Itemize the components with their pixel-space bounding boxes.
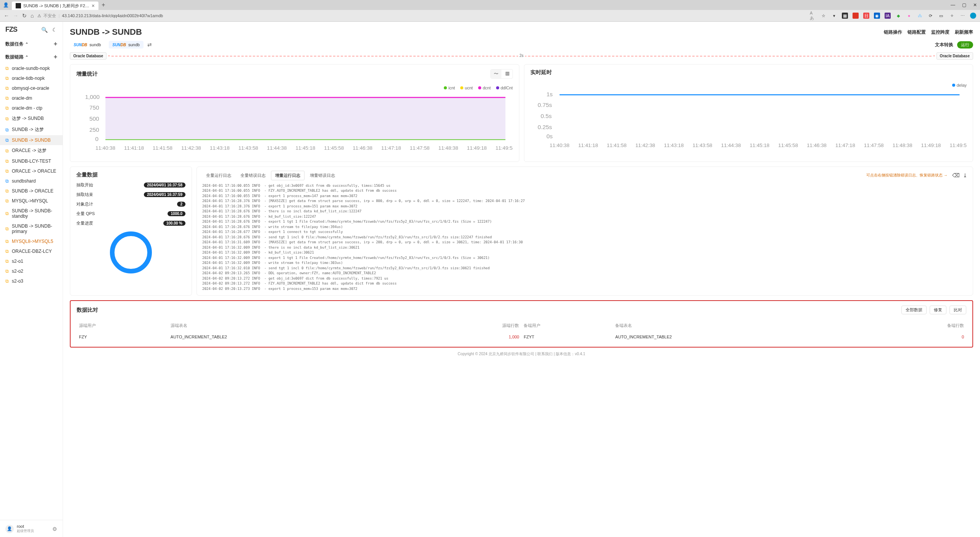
ext-star-icon[interactable]: ✧ — [949, 13, 955, 19]
ext-icon-5[interactable]: ◉ — [874, 13, 880, 19]
sidebar-link[interactable]: ⧉s2-o2 — [0, 266, 63, 276]
ext-icon-4[interactable]: 日 — [863, 13, 869, 19]
profile-icon[interactable] — [970, 13, 976, 19]
gear-icon[interactable]: ⚙ — [52, 526, 57, 532]
window-maximize-button[interactable]: ▢ — [962, 2, 966, 8]
header-action[interactable]: 链路配置 — [907, 29, 926, 36]
home-button[interactable]: ⌂ — [31, 13, 34, 19]
sidebar-link[interactable]: ⧉s2-o3 — [0, 276, 63, 286]
svg-text:11:41:18: 11:41:18 — [124, 145, 144, 151]
sidebar-section-links[interactable]: 数据链路 ⌃ + — [0, 50, 63, 63]
sidebar-link[interactable]: ⧉MYSQL->MYSQL — [0, 196, 63, 206]
new-tab-button[interactable]: + — [102, 2, 105, 8]
username: root — [17, 524, 34, 529]
download-log-icon[interactable]: ⤓ — [963, 172, 967, 178]
svg-text:11:47:58: 11:47:58 — [864, 142, 883, 148]
back-button[interactable]: ← — [4, 13, 9, 19]
ext-icon-9[interactable]: ⁂ — [917, 13, 923, 19]
browser-tab-bar: 👤 SUNDB -> SUNDB | 九桥同步 F2… × + — ▢ ✕ — [0, 0, 980, 10]
chevron-up-icon: ⌃ — [25, 42, 28, 46]
reader-mode-icon[interactable]: Aあ — [810, 13, 816, 19]
source-db-chip[interactable]: SUNDB sundb — [70, 41, 105, 49]
table-row[interactable]: FZY AUTO_INCREMENT_TABLE2 1,000 FZYT AUT… — [77, 332, 966, 342]
sidebar-link[interactable]: ⧉s2-o1 — [0, 256, 63, 266]
ext-icon-6[interactable]: IA — [885, 13, 891, 19]
sidebar-link[interactable]: ⧉ORACLE-DBZ-LCY — [0, 246, 63, 256]
add-task-button[interactable]: + — [54, 40, 57, 47]
run-button[interactable]: 运行 — [957, 41, 973, 49]
increment-chart: 1,000 750 500 250 0 11:40:3811:41:1811:4… — [76, 90, 513, 156]
sundb-logo-icon: SUNDB — [74, 43, 87, 47]
logs-card: 全量运行日志 全量错误日志 增量运行日志 增量错误日志 可点击右侧按钮清除错误日… — [197, 167, 973, 296]
clear-log-icon[interactable]: ⌫ — [952, 172, 960, 178]
user-icon[interactable]: 👤 — [3, 2, 9, 8]
link-icon: ⧉ — [5, 159, 9, 164]
svg-text:11:46:38: 11:46:38 — [353, 145, 372, 151]
tab-title: SUNDB -> SUNDB | 九桥同步 F2… — [23, 3, 89, 9]
brand-logo: FZS — [5, 26, 17, 34]
sidebar-link[interactable]: ⧉oracle-dm - ctp — [0, 103, 63, 113]
sidebar-link[interactable]: ⧉达梦 -> SUNDB — [0, 113, 63, 124]
address-bar[interactable]: ⚠ 不安全 | 43.140.210.213/data-link/clqq4ai… — [37, 13, 806, 19]
window-minimize-button[interactable]: — — [951, 2, 955, 8]
compare-action-button[interactable]: 比对 — [949, 306, 966, 314]
settings-menu-icon[interactable]: ⋯ — [959, 13, 965, 19]
window-close-button[interactable]: ✕ — [973, 2, 977, 8]
log-tab-full-err[interactable]: 全量错误日志 — [237, 171, 269, 180]
sidebar-link[interactable]: ⧉ORACLE -> ORACLE — [0, 166, 63, 176]
sidebar-link[interactable]: ⧉oracle-dm — [0, 93, 63, 103]
ext-icon-7[interactable]: ◆ — [895, 13, 901, 19]
sidebar-link[interactable]: ⧉oracle-tidb-nopk — [0, 73, 63, 83]
ext-icon-1[interactable]: ▾ — [831, 13, 837, 19]
flow-target: Oracle Database — [936, 52, 973, 60]
swap-icon[interactable]: ⇄ — [147, 42, 152, 48]
chart-bar-toggle[interactable]: ▥ — [502, 70, 513, 78]
sidebar-link[interactable]: ⧉ORACLE -> 达梦 — [0, 145, 63, 156]
browser-tab[interactable]: SUNDB -> SUNDB | 九桥同步 F2… × — [12, 2, 98, 10]
sidebar-link[interactable]: ⧉oracle-sundb-nopk — [0, 63, 63, 73]
forward-button[interactable]: → — [13, 13, 18, 19]
add-link-button[interactable]: + — [54, 53, 57, 60]
log-tab-full-run[interactable]: 全量运行日志 — [202, 171, 235, 180]
ext-refresh-icon[interactable]: ⟳ — [927, 13, 933, 19]
sidebar-link[interactable]: ⧉SUNDB -> SUNDB-standby — [0, 206, 63, 221]
flow-latency: 2s — [518, 53, 525, 58]
sidebar-section-tasks[interactable]: 数据任务 ⌃ + — [0, 37, 63, 50]
ext-icon-2[interactable]: ▦ — [842, 13, 848, 19]
text-switch-button[interactable]: 文本转换 — [935, 42, 953, 48]
theme-toggle-icon[interactable]: ☾ — [52, 27, 57, 33]
sidebar-link[interactable]: ⧉SUNDB -> 达梦 — [0, 124, 63, 135]
compare-action-button[interactable]: 全部数据 — [901, 306, 927, 314]
compare-action-button[interactable]: 修复 — [930, 306, 946, 314]
sidebar-link[interactable]: ⧉SUNDB -> SUNDB — [0, 135, 63, 145]
svg-text:11:44:38: 11:44:38 — [721, 142, 741, 148]
increment-stats-card: 增量统计 〜 ▥ icntucntdcntddlCnt 1,000 750 50… — [70, 64, 519, 162]
sidebar-link[interactable]: ⧉SUNDB -> ORACLE — [0, 186, 63, 196]
log-tab-inc-err[interactable]: 增量错误日志 — [306, 171, 339, 180]
link-icon: ⧉ — [5, 137, 9, 143]
progress-donut — [110, 231, 152, 273]
full-data-card: 全量数据 抽取开始2024/04/01 16:37:58抽取结束2024/04/… — [70, 167, 192, 296]
header-action[interactable]: 监控跨度 — [931, 29, 949, 36]
refresh-button[interactable]: ↻ — [22, 13, 27, 19]
link-icon: ⧉ — [5, 198, 9, 204]
link-icon: ⧉ — [5, 148, 9, 154]
favorite-icon[interactable]: ☆ — [820, 13, 827, 19]
sidebar-link[interactable]: ⧉MYSQL8->MYSQL5 — [0, 236, 63, 246]
ext-icon-8[interactable]: ● — [906, 13, 912, 19]
log-tab-inc-run[interactable]: 增量运行日志 — [271, 171, 305, 180]
avatar[interactable]: 👤 — [5, 525, 14, 533]
sidebar-link[interactable]: ⧉sundbshard — [0, 176, 63, 186]
search-icon[interactable]: 🔍 — [41, 27, 48, 33]
header-action[interactable]: 刷新频率 — [955, 29, 973, 36]
header-action[interactable]: 链路操作 — [884, 29, 902, 36]
tab-close-icon[interactable]: × — [92, 3, 95, 9]
collections-icon[interactable]: ▭ — [938, 13, 944, 19]
page-title: SUNDB -> SUNDB — [70, 27, 142, 37]
sidebar-link[interactable]: ⧉SUNDB -> SUNDB-primary — [0, 221, 63, 236]
ext-icon-3[interactable] — [853, 13, 859, 19]
sidebar-link[interactable]: ⧉SUNDB-LCY-TEST — [0, 156, 63, 166]
target-db-chip[interactable]: SUNDB sundb — [109, 41, 144, 49]
chart-line-toggle[interactable]: 〜 — [491, 70, 501, 78]
sidebar-link[interactable]: ⧉obmysql-ce-oracle — [0, 83, 63, 93]
